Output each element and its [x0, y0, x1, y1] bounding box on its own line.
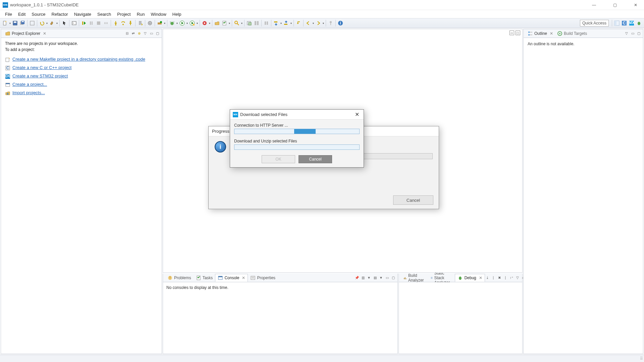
step-into-icon[interactable] [113, 20, 119, 26]
outline-menu-icon[interactable]: ▽ [624, 31, 629, 36]
maximize-console-icon[interactable]: ▢ [391, 276, 395, 280]
search-icon[interactable] [234, 20, 240, 26]
back-dropdown[interactable]: ▼ [312, 20, 315, 26]
instruction-step-icon[interactable] [137, 20, 143, 26]
tab-console[interactable]: Console✕ [215, 274, 248, 282]
build-icon[interactable] [49, 20, 55, 26]
menu-window[interactable]: Window [148, 11, 169, 18]
editor-minimize-icon[interactable]: ▭ [509, 31, 514, 35]
create-stm32-project-link[interactable]: Create a new STM32 project [12, 73, 68, 78]
menu-navigate[interactable]: Navigate [71, 11, 94, 18]
quick-access-field[interactable]: Quick Access [580, 20, 609, 26]
close-tab-icon[interactable]: ✕ [550, 31, 553, 36]
tab-problems[interactable]: !Problems [165, 274, 194, 282]
menu-project[interactable]: Project [114, 11, 133, 18]
create-makefile-project-link[interactable]: Create a new Makefile project in a direc… [12, 57, 145, 62]
minimize-outline-icon[interactable]: ▭ [630, 31, 635, 36]
open-task-icon[interactable] [221, 20, 227, 26]
close-tab-icon[interactable]: ✕ [479, 276, 482, 280]
close-button[interactable]: ✕ [630, 3, 641, 7]
display-console-dropdown[interactable]: ▼ [367, 276, 371, 280]
collapse-all-icon[interactable]: ⊟ [125, 31, 129, 36]
maximize-button[interactable]: ▢ [609, 3, 621, 7]
new-dropdown[interactable]: ▼ [9, 20, 11, 26]
menu-edit[interactable]: Edit [15, 11, 29, 18]
next-annotation-dropdown[interactable]: ▼ [280, 20, 282, 26]
minimize-view-icon[interactable]: ▭ [149, 31, 154, 36]
last-edit-icon[interactable] [296, 20, 302, 26]
forward-dropdown[interactable]: ▼ [322, 20, 325, 26]
display-console-icon[interactable]: ▥ [361, 276, 365, 280]
back-icon[interactable] [305, 20, 311, 26]
suspend-icon[interactable] [88, 20, 94, 26]
open-type-icon[interactable] [214, 20, 220, 26]
external-tools-icon[interactable] [202, 20, 208, 26]
resume-icon[interactable] [81, 20, 87, 26]
tab-tasks[interactable]: Tasks [194, 274, 215, 282]
debug-dropdown[interactable]: ▼ [176, 20, 178, 26]
undo-dropdown[interactable]: ▼ [46, 20, 48, 26]
build-dropdown[interactable]: ▼ [56, 20, 58, 26]
disconnect-icon[interactable] [103, 20, 109, 26]
save-icon[interactable] [12, 20, 18, 26]
focus-icon[interactable]: ⊕ [137, 31, 142, 36]
editor-maximize-icon[interactable]: ▢ [516, 31, 520, 35]
debug-thread-icon[interactable]: ↕⁺ [509, 276, 514, 280]
maximize-view-icon[interactable]: ▢ [155, 31, 160, 36]
download-cancel-button[interactable]: Cancel [299, 155, 332, 163]
menu-run[interactable]: Run [134, 11, 148, 18]
project-explorer-tab[interactable]: Project Explorer ✕ [3, 30, 48, 37]
close-tab-icon[interactable]: ✕ [242, 276, 245, 280]
maximize-outline-icon[interactable]: ▢ [636, 31, 641, 36]
menu-file[interactable]: File [2, 11, 15, 18]
menu-help[interactable]: Help [169, 11, 184, 18]
prev-annotation-icon[interactable] [283, 20, 289, 26]
open-task-dropdown[interactable]: ▼ [228, 20, 231, 26]
outline-tab[interactable]: Outline ✕ [526, 30, 555, 37]
tab-build-analyzer[interactable]: Build Analyzer [401, 272, 428, 284]
pin-icon[interactable] [328, 20, 334, 26]
run-icon[interactable] [179, 20, 185, 26]
new-launch-icon[interactable] [157, 20, 163, 26]
reset-icon[interactable] [147, 20, 153, 26]
search-dropdown[interactable]: ▼ [240, 20, 243, 26]
build-targets-tab[interactable]: Build Targets [555, 30, 589, 37]
show-whitespace-icon[interactable] [263, 20, 269, 26]
external-tools-dropdown[interactable]: ▼ [208, 20, 211, 26]
debug-collapse-icon[interactable]: ⤓ [485, 276, 490, 280]
new-icon[interactable] [2, 20, 8, 26]
perspective-mx-icon[interactable]: MX [629, 20, 635, 26]
minimize-button[interactable]: — [588, 3, 600, 7]
step-over-icon[interactable] [120, 20, 126, 26]
menu-search[interactable]: Search [94, 11, 114, 18]
forward-icon[interactable] [315, 20, 321, 26]
switch-icon[interactable] [29, 20, 35, 26]
terminal-icon[interactable] [71, 20, 77, 26]
link-editor-icon[interactable]: ⇄ [131, 31, 136, 36]
open-console-icon[interactable]: ▤ [373, 276, 377, 280]
next-annotation-icon[interactable] [273, 20, 279, 26]
undo-icon[interactable] [39, 20, 45, 26]
debug-icon[interactable] [169, 20, 175, 26]
coverage-dropdown[interactable]: ▼ [196, 20, 199, 26]
step-return-icon[interactable] [127, 20, 133, 26]
save-all-icon[interactable] [19, 20, 25, 26]
close-tab-icon[interactable]: ✕ [43, 31, 46, 36]
create-project-link[interactable]: Create a project... [12, 82, 47, 87]
info-icon[interactable]: i [337, 20, 343, 26]
view-menu-icon[interactable]: ▽ [143, 31, 148, 36]
tab-properties[interactable]: Properties [248, 274, 278, 282]
perspective-debug-icon[interactable]: C [621, 20, 627, 26]
import-projects-link[interactable]: Import projects... [12, 90, 45, 95]
perspective-bug-icon[interactable] [636, 20, 642, 26]
open-console-dropdown[interactable]: ▼ [379, 276, 383, 280]
debug-menu-icon[interactable]: ▽ [515, 276, 520, 280]
toggle-mark-icon[interactable] [246, 20, 252, 26]
pin-console-icon[interactable]: 📌 [355, 276, 359, 280]
debug-remove-all-icon[interactable]: ✖ [497, 276, 502, 280]
run-dropdown[interactable]: ▼ [186, 20, 189, 26]
perspective-c-icon[interactable] [614, 20, 620, 26]
progress-cancel-button[interactable]: Cancel [393, 195, 433, 205]
tab-debug[interactable]: Debug✕ [455, 274, 485, 282]
prev-annotation-dropdown[interactable]: ▼ [290, 20, 292, 26]
